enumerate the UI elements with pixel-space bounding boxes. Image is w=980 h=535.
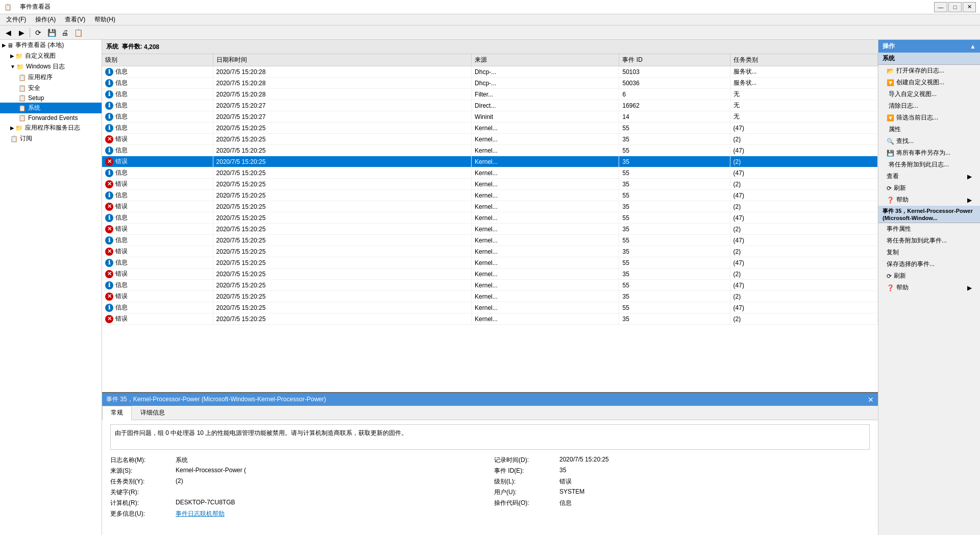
cell-task: (2): [730, 179, 877, 190]
root-arrow[interactable]: ▶: [2, 42, 6, 48]
tree-windows-logs[interactable]: ▼ 📁 Windows 日志: [0, 61, 102, 72]
action-find[interactable]: 🔍 查找...: [878, 135, 980, 147]
toolbar-separator: [30, 28, 30, 37]
table-row[interactable]: ✕错误2020/7/5 15:20:25Kernel...35(2): [102, 269, 878, 280]
tree-setup-label: Setup: [28, 94, 44, 102]
detail-row-opcode: 操作代码(O): 信息: [494, 499, 870, 507]
table-row[interactable]: ℹ信息2020/7/5 15:20:25Kernel...55(47): [102, 212, 878, 224]
action-refresh[interactable]: ⟳ 刷新: [878, 182, 980, 194]
cell-datetime: 2020/7/5 15:20:25: [213, 280, 472, 291]
table-row[interactable]: ℹ信息2020/7/5 15:20:25Kernel...55(47): [102, 190, 878, 201]
app-logs-arrow[interactable]: ▶: [10, 125, 14, 131]
tree-app-service-logs[interactable]: ▶ 📁 应用程序和服务日志: [0, 123, 102, 133]
cell-task: (47): [730, 145, 877, 156]
table-row[interactable]: ℹ信息2020/7/5 15:20:25Kernel...55(47): [102, 123, 878, 134]
table-row[interactable]: ℹ信息2020/7/5 15:20:25Kernel...55(47): [102, 145, 878, 156]
computer-value: DESKTOP-7CU8TGB: [176, 499, 235, 507]
table-row[interactable]: ✕错误2020/7/5 15:20:25Kernel...35(2): [102, 134, 878, 145]
action-save-selected[interactable]: 保存选择的事件...: [878, 258, 980, 270]
action-open-saved-log[interactable]: 📂 打开保存的日志...: [878, 65, 980, 77]
tree-application-label: 应用程序: [28, 73, 53, 82]
minimize-button[interactable]: —: [934, 2, 947, 12]
action-help-event[interactable]: ❓ 帮助 ▶: [878, 282, 980, 294]
table-row[interactable]: ✕错误2020/7/5 15:20:25Kernel...35(2): [102, 201, 878, 212]
tree-application[interactable]: 📋 应用程序: [0, 72, 102, 83]
table-row[interactable]: ✕错误2020/7/5 15:20:25Kernel...35(2): [102, 291, 878, 302]
cell-task: (2): [730, 246, 877, 257]
action-save-all[interactable]: 💾 将所有事件另存为...: [878, 147, 980, 159]
detail-close-button[interactable]: ✕: [868, 396, 874, 404]
menu-file[interactable]: 文件(F): [2, 14, 30, 25]
table-row[interactable]: ✕错误2020/7/5 15:20:25Kernel...35(2): [102, 246, 878, 257]
table-row[interactable]: ℹ信息2020/7/5 15:20:25Kernel...55(47): [102, 302, 878, 313]
action-properties[interactable]: 属性: [878, 124, 980, 135]
cell-level: ℹ信息: [102, 123, 213, 134]
events-table-container[interactable]: 级别 日期和时间 来源 事件 ID 任务类别 ℹ信息2020/7/5 15:20…: [102, 54, 878, 392]
maximize-button[interactable]: □: [948, 2, 962, 12]
action-attach-task-event[interactable]: 将任务附加到此事件...: [878, 235, 980, 247]
col-header-source[interactable]: 来源: [472, 54, 619, 66]
cell-eventId: 35: [619, 269, 730, 280]
cell-source: Kernel...: [472, 179, 619, 190]
table-row[interactable]: ℹ信息2020/7/5 15:20:28Filter...6无: [102, 89, 878, 100]
table-row[interactable]: ✕错误2020/7/5 15:20:25Kernel...35(2): [102, 179, 878, 190]
close-button[interactable]: ✕: [963, 2, 976, 12]
tree-root[interactable]: ▶ 🖥 事件查看器 (本地): [0, 40, 102, 51]
detail-tab-details[interactable]: 详细信息: [132, 406, 174, 420]
cell-datetime: 2020/7/5 15:20:25: [213, 179, 472, 190]
detail-row-source: 来源(S): Kernel-Processor-Power (: [110, 467, 486, 475]
toolbar-print[interactable]: 🖨: [59, 27, 71, 38]
action-copy[interactable]: 复制: [878, 247, 980, 258]
tree-subscriptions[interactable]: 📋 订阅: [0, 133, 102, 144]
table-row[interactable]: ℹ信息2020/7/5 15:20:25Kernel...55(47): [102, 167, 878, 179]
menu-view[interactable]: 查看(V): [61, 14, 89, 25]
toolbar-save[interactable]: 💾: [45, 27, 58, 38]
more-info-link[interactable]: 事件日志联机帮助: [176, 509, 225, 518]
custom-views-arrow[interactable]: ▶: [10, 53, 14, 59]
action-help[interactable]: ❓ 帮助 ▶: [878, 194, 980, 206]
cell-level: ✕错误: [102, 134, 213, 145]
table-row[interactable]: ℹ信息2020/7/5 15:20:25Kernel...55(47): [102, 257, 878, 269]
toolbar-refresh[interactable]: ⟳: [32, 27, 44, 38]
action-view[interactable]: 查看 ▶: [878, 171, 980, 182]
col-header-level[interactable]: 级别: [102, 54, 213, 66]
tree-forwarded-events[interactable]: 📋 Forwarded Events: [0, 113, 102, 123]
table-row[interactable]: ✕错误2020/7/5 15:20:25Kernel...35(2): [102, 313, 878, 325]
table-row[interactable]: ✕错误2020/7/5 15:20:25Kernel...35(2): [102, 156, 878, 167]
table-row[interactable]: ℹ信息2020/7/5 15:20:27Wininit14无: [102, 111, 878, 123]
table-row[interactable]: ✕错误2020/7/5 15:20:25Kernel...35(2): [102, 224, 878, 235]
toolbar-back[interactable]: ◀: [2, 27, 14, 38]
table-row[interactable]: ℹ信息2020/7/5 15:20:25Kernel...55(47): [102, 280, 878, 291]
table-row[interactable]: ℹ信息2020/7/5 15:20:25Kernel...55(47): [102, 235, 878, 246]
cell-source: Kernel...: [472, 123, 619, 134]
menu-action[interactable]: 操作(A): [31, 14, 60, 25]
detail-description: 由于固件问题，组 0 中处理器 10 上的性能电源管理功能被禁用。请与计算机制造…: [110, 424, 870, 450]
col-header-task[interactable]: 任务类别: [730, 54, 877, 66]
actions-title: 操作: [883, 42, 895, 51]
cell-datetime: 2020/7/5 15:20:25: [213, 190, 472, 201]
action-attach-task-log[interactable]: 将任务附加到此日志...: [878, 159, 980, 171]
windows-logs-arrow[interactable]: ▼: [10, 64, 15, 69]
toolbar-forward[interactable]: ▶: [15, 27, 28, 38]
tree-security[interactable]: 📋 安全: [0, 83, 102, 93]
open-icon: 📂: [887, 67, 894, 75]
action-filter-log[interactable]: 🔽 筛选当前日志...: [878, 112, 980, 124]
action-refresh-event[interactable]: ⟳ 刷新: [878, 270, 980, 282]
col-header-eventid[interactable]: 事件 ID: [619, 54, 730, 66]
table-row[interactable]: ℹ信息2020/7/5 15:20:28Dhcp-...50036服务状...: [102, 78, 878, 89]
tree-setup[interactable]: 📋 Setup: [0, 93, 102, 103]
toolbar-properties[interactable]: 📋: [72, 27, 84, 38]
tree-custom-views[interactable]: ▶ 📁 自定义视图: [0, 51, 102, 61]
table-row[interactable]: ℹ信息2020/7/5 15:20:28Dhcp-...50103服务状...: [102, 66, 878, 78]
action-event-properties[interactable]: 事件属性: [878, 223, 980, 235]
detail-tab-general[interactable]: 常规: [102, 406, 132, 420]
tree-system[interactable]: 📋 系统: [0, 103, 102, 113]
cell-level: ℹ信息: [102, 257, 213, 269]
action-clear-log[interactable]: 清除日志...: [878, 100, 980, 112]
table-row[interactable]: ℹ信息2020/7/5 15:20:27Direct...16962无: [102, 100, 878, 111]
col-header-datetime[interactable]: 日期和时间: [213, 54, 472, 66]
menu-help[interactable]: 帮助(H): [90, 14, 119, 25]
action-import-custom-view[interactable]: 导入自定义视图...: [878, 88, 980, 100]
cell-eventId: 55: [619, 257, 730, 269]
action-create-custom-view[interactable]: 🔽 创建自定义视图...: [878, 77, 980, 88]
